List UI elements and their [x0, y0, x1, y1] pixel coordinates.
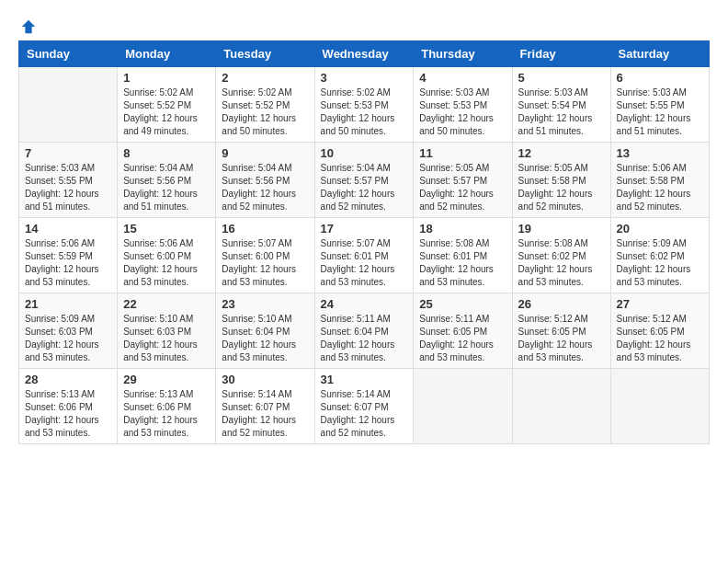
calendar-cell: 12 Sunrise: 5:05 AMSunset: 5:58 PMDaylig…	[512, 143, 610, 218]
calendar-cell: 3 Sunrise: 5:02 AMSunset: 5:53 PMDayligh…	[314, 67, 414, 143]
calendar-cell: 23 Sunrise: 5:10 AMSunset: 6:04 PMDaylig…	[216, 293, 314, 369]
cell-info: Sunrise: 5:04 AMSunset: 5:56 PMDaylight:…	[123, 162, 210, 213]
calendar-cell: 26 Sunrise: 5:12 AMSunset: 6:05 PMDaylig…	[512, 293, 610, 369]
calendar-week-1: 1 Sunrise: 5:02 AMSunset: 5:52 PMDayligh…	[19, 67, 710, 143]
calendar-cell: 9 Sunrise: 5:04 AMSunset: 5:56 PMDayligh…	[216, 143, 314, 218]
cell-info: Sunrise: 5:13 AMSunset: 6:06 PMDaylight:…	[25, 388, 111, 440]
cell-info: Sunrise: 5:08 AMSunset: 6:01 PMDaylight:…	[419, 237, 506, 289]
calendar-cell: 20 Sunrise: 5:09 AMSunset: 6:02 PMDaylig…	[610, 218, 709, 293]
calendar-cell: 8 Sunrise: 5:04 AMSunset: 5:56 PMDayligh…	[118, 143, 216, 218]
calendar-cell	[19, 67, 118, 143]
day-number: 17	[321, 222, 408, 236]
logo	[18, 18, 37, 31]
day-number: 20	[617, 222, 703, 236]
day-number: 4	[419, 71, 506, 85]
calendar-cell: 2 Sunrise: 5:02 AMSunset: 5:52 PMDayligh…	[216, 67, 314, 143]
calendar-cell: 21 Sunrise: 5:09 AMSunset: 6:03 PMDaylig…	[19, 293, 118, 369]
day-number: 25	[419, 297, 506, 311]
day-number: 22	[123, 297, 210, 311]
calendar-cell: 30 Sunrise: 5:14 AMSunset: 6:07 PMDaylig…	[216, 369, 314, 444]
day-number: 5	[518, 71, 605, 85]
cell-info: Sunrise: 5:05 AMSunset: 5:58 PMDaylight:…	[518, 162, 605, 213]
day-number: 14	[25, 222, 111, 236]
calendar-cell: 13 Sunrise: 5:06 AMSunset: 5:58 PMDaylig…	[610, 143, 709, 218]
cell-info: Sunrise: 5:09 AMSunset: 6:03 PMDaylight:…	[25, 313, 111, 364]
calendar-cell: 17 Sunrise: 5:07 AMSunset: 6:01 PMDaylig…	[314, 218, 414, 293]
calendar-week-2: 7 Sunrise: 5:03 AMSunset: 5:55 PMDayligh…	[19, 143, 710, 218]
header-friday: Friday	[512, 41, 610, 67]
calendar-cell: 24 Sunrise: 5:11 AMSunset: 6:04 PMDaylig…	[314, 293, 414, 369]
cell-info: Sunrise: 5:06 AMSunset: 5:58 PMDaylight:…	[617, 162, 703, 213]
svg-marker-0	[22, 20, 35, 33]
calendar-cell: 31 Sunrise: 5:14 AMSunset: 6:07 PMDaylig…	[314, 369, 414, 444]
page-header	[18, 18, 710, 31]
cell-info: Sunrise: 5:12 AMSunset: 6:05 PMDaylight:…	[617, 313, 703, 364]
cell-info: Sunrise: 5:04 AMSunset: 5:56 PMDaylight:…	[222, 162, 308, 213]
day-number: 23	[222, 297, 308, 311]
cell-info: Sunrise: 5:02 AMSunset: 5:52 PMDaylight:…	[222, 86, 308, 138]
calendar-cell: 1 Sunrise: 5:02 AMSunset: 5:52 PMDayligh…	[118, 67, 216, 143]
cell-info: Sunrise: 5:07 AMSunset: 6:00 PMDaylight:…	[222, 237, 308, 289]
header-tuesday: Tuesday	[216, 41, 314, 67]
calendar-cell	[414, 369, 512, 444]
calendar-cell	[512, 369, 610, 444]
day-number: 12	[518, 146, 605, 160]
cell-info: Sunrise: 5:03 AMSunset: 5:53 PMDaylight:…	[419, 86, 506, 138]
day-number: 9	[222, 146, 308, 160]
cell-info: Sunrise: 5:11 AMSunset: 6:05 PMDaylight:…	[419, 313, 506, 364]
day-number: 16	[222, 222, 308, 236]
cell-info: Sunrise: 5:07 AMSunset: 6:01 PMDaylight:…	[321, 237, 408, 289]
header-saturday: Saturday	[610, 41, 709, 67]
day-number: 2	[222, 71, 308, 85]
day-number: 1	[123, 71, 210, 85]
calendar-table: SundayMondayTuesdayWednesdayThursdayFrid…	[18, 40, 710, 444]
calendar-header-row: SundayMondayTuesdayWednesdayThursdayFrid…	[19, 41, 710, 67]
calendar-cell: 6 Sunrise: 5:03 AMSunset: 5:55 PMDayligh…	[610, 67, 709, 143]
calendar-cell: 7 Sunrise: 5:03 AMSunset: 5:55 PMDayligh…	[19, 143, 118, 218]
cell-info: Sunrise: 5:08 AMSunset: 6:02 PMDaylight:…	[518, 237, 605, 289]
calendar-cell: 14 Sunrise: 5:06 AMSunset: 5:59 PMDaylig…	[19, 218, 118, 293]
cell-info: Sunrise: 5:06 AMSunset: 5:59 PMDaylight:…	[25, 237, 111, 289]
calendar-cell: 15 Sunrise: 5:06 AMSunset: 6:00 PMDaylig…	[118, 218, 216, 293]
day-number: 24	[321, 297, 408, 311]
day-number: 31	[321, 373, 408, 386]
cell-info: Sunrise: 5:03 AMSunset: 5:55 PMDaylight:…	[25, 162, 111, 213]
header-sunday: Sunday	[19, 41, 118, 67]
day-number: 10	[321, 146, 408, 160]
cell-info: Sunrise: 5:09 AMSunset: 6:02 PMDaylight:…	[617, 237, 703, 289]
calendar-cell	[610, 369, 709, 444]
cell-info: Sunrise: 5:14 AMSunset: 6:07 PMDaylight:…	[222, 388, 308, 440]
calendar-cell: 19 Sunrise: 5:08 AMSunset: 6:02 PMDaylig…	[512, 218, 610, 293]
cell-info: Sunrise: 5:06 AMSunset: 6:00 PMDaylight:…	[123, 237, 210, 289]
calendar-cell: 29 Sunrise: 5:13 AMSunset: 6:06 PMDaylig…	[118, 369, 216, 444]
cell-info: Sunrise: 5:10 AMSunset: 6:03 PMDaylight:…	[123, 313, 210, 364]
cell-info: Sunrise: 5:14 AMSunset: 6:07 PMDaylight:…	[321, 388, 408, 440]
calendar-cell: 28 Sunrise: 5:13 AMSunset: 6:06 PMDaylig…	[19, 369, 118, 444]
cell-info: Sunrise: 5:02 AMSunset: 5:52 PMDaylight:…	[123, 86, 210, 138]
calendar-cell: 4 Sunrise: 5:03 AMSunset: 5:53 PMDayligh…	[414, 67, 512, 143]
logo-icon	[20, 18, 37, 35]
calendar-week-5: 28 Sunrise: 5:13 AMSunset: 6:06 PMDaylig…	[19, 369, 710, 444]
day-number: 26	[518, 297, 605, 311]
calendar-cell: 5 Sunrise: 5:03 AMSunset: 5:54 PMDayligh…	[512, 67, 610, 143]
day-number: 7	[25, 146, 111, 160]
calendar-week-4: 21 Sunrise: 5:09 AMSunset: 6:03 PMDaylig…	[19, 293, 710, 369]
cell-info: Sunrise: 5:03 AMSunset: 5:55 PMDaylight:…	[617, 86, 703, 138]
day-number: 27	[617, 297, 703, 311]
calendar-week-3: 14 Sunrise: 5:06 AMSunset: 5:59 PMDaylig…	[19, 218, 710, 293]
header-wednesday: Wednesday	[314, 41, 414, 67]
cell-info: Sunrise: 5:02 AMSunset: 5:53 PMDaylight:…	[321, 86, 408, 138]
calendar-cell: 25 Sunrise: 5:11 AMSunset: 6:05 PMDaylig…	[414, 293, 512, 369]
header-monday: Monday	[118, 41, 216, 67]
day-number: 19	[518, 222, 605, 236]
day-number: 11	[419, 146, 506, 160]
day-number: 3	[321, 71, 408, 85]
calendar-cell: 22 Sunrise: 5:10 AMSunset: 6:03 PMDaylig…	[118, 293, 216, 369]
calendar-cell: 16 Sunrise: 5:07 AMSunset: 6:00 PMDaylig…	[216, 218, 314, 293]
cell-info: Sunrise: 5:11 AMSunset: 6:04 PMDaylight:…	[321, 313, 408, 364]
day-number: 13	[617, 146, 703, 160]
calendar-cell: 10 Sunrise: 5:04 AMSunset: 5:57 PMDaylig…	[314, 143, 414, 218]
day-number: 28	[25, 373, 111, 386]
cell-info: Sunrise: 5:03 AMSunset: 5:54 PMDaylight:…	[518, 86, 605, 138]
day-number: 18	[419, 222, 506, 236]
